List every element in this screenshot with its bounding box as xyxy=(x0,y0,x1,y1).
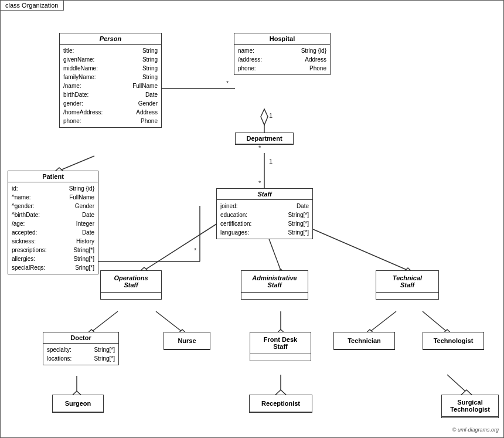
patient-class: Patient id:String {id} ^name:FullName ^g… xyxy=(8,171,98,274)
doctor-attrs: specialty:String[*] locations:String[*] xyxy=(43,344,118,365)
technical-staff-class: TechnicalStaff xyxy=(376,270,439,300)
operations-staff-class: OperationsStaff xyxy=(100,270,162,300)
department-class: Department xyxy=(235,133,294,145)
surgical-technologist-class: SurgicalTechnologist xyxy=(441,395,499,418)
svg-line-28 xyxy=(370,311,396,332)
technical-staff-title: TechnicalStaff xyxy=(376,271,438,293)
front-desk-staff-class: Front DeskStaff xyxy=(250,332,311,361)
svg-marker-6 xyxy=(261,109,268,125)
staff-class: Staff joined:Date education:String[*] ce… xyxy=(216,188,313,239)
surgical-technologist-title: SurgicalTechnologist xyxy=(442,395,498,417)
front-desk-staff-title: Front DeskStaff xyxy=(250,332,311,354)
svg-line-36 xyxy=(447,375,466,392)
svg-line-30 xyxy=(423,311,447,332)
administrative-staff-class: AdministrativeStaff xyxy=(241,270,308,300)
receptionist-title: Receptionist xyxy=(250,395,312,412)
nurse-title: Nurse xyxy=(164,332,210,349)
person-title: Person xyxy=(60,33,161,45)
svg-text:1: 1 xyxy=(269,112,273,119)
diagram-label: class Organization xyxy=(1,1,64,11)
receptionist-class: Receptionist xyxy=(249,395,312,413)
technologist-class: Technologist xyxy=(423,332,484,350)
svg-line-20 xyxy=(299,223,408,270)
copyright: © uml-diagrams.org xyxy=(452,427,499,433)
svg-line-24 xyxy=(156,311,182,332)
doctor-class: Doctor specialty:String[*] locations:Str… xyxy=(43,332,119,365)
doctor-title: Doctor xyxy=(43,332,118,344)
hospital-class: Hospital name:String {id} /address:Addre… xyxy=(234,33,331,75)
svg-text:*: * xyxy=(226,80,229,87)
nurse-class: Nurse xyxy=(164,332,210,350)
svg-text:*: * xyxy=(258,144,261,151)
svg-text:1: 1 xyxy=(269,158,273,165)
administrative-staff-title: AdministrativeStaff xyxy=(241,271,308,293)
operations-staff-title: OperationsStaff xyxy=(101,271,161,293)
svg-text:*: * xyxy=(258,179,261,186)
diagram-container: class Organization * * 1 * 1 * * * xyxy=(0,0,504,438)
staff-attrs: joined:Date education:String[*] certific… xyxy=(217,200,312,239)
person-attrs: title:String givenName:String middleName… xyxy=(60,45,161,127)
surgeon-class: Surgeon xyxy=(52,395,104,413)
svg-line-0 xyxy=(59,156,94,171)
technician-class: Technician xyxy=(333,332,395,350)
hospital-title: Hospital xyxy=(234,33,330,45)
technician-title: Technician xyxy=(334,332,394,349)
department-title: Department xyxy=(236,133,293,144)
staff-title: Staff xyxy=(217,189,312,200)
surgeon-title: Surgeon xyxy=(53,395,103,412)
patient-title: Patient xyxy=(8,171,98,182)
hospital-attrs: name:String {id} /address:Address phone:… xyxy=(234,45,330,74)
svg-line-16 xyxy=(144,223,217,270)
person-class: Person title:String givenName:String mid… xyxy=(59,33,162,128)
technologist-title: Technologist xyxy=(423,332,483,349)
patient-attrs: id:String {id} ^name:FullName ^gender:Ge… xyxy=(8,182,98,274)
svg-text:*: * xyxy=(194,247,197,254)
svg-line-22 xyxy=(91,311,118,332)
